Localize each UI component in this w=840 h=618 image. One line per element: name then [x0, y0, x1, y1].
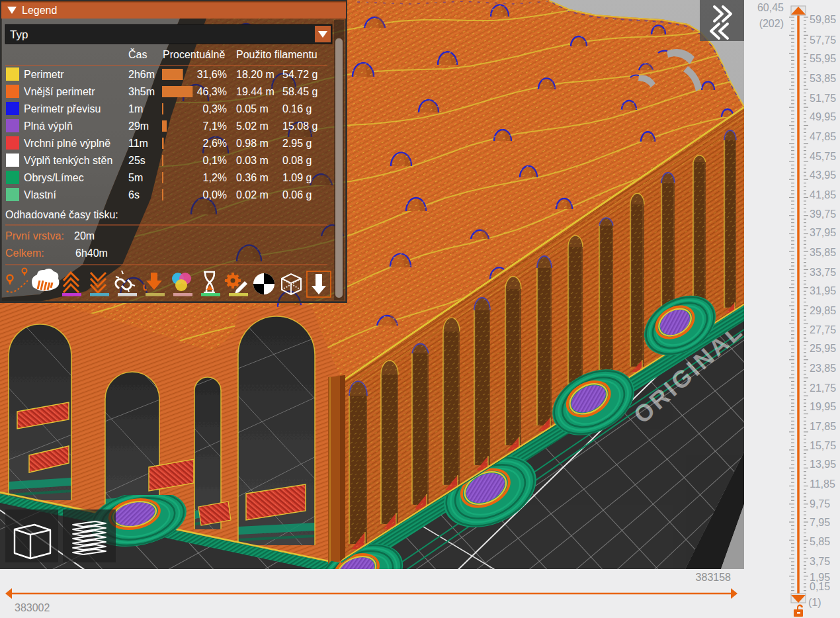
svg-text:33,75: 33,75: [810, 267, 836, 278]
svg-text:Typ: Typ: [10, 28, 28, 41]
svg-text:Legend: Legend: [22, 5, 57, 16]
svg-text:6h40m: 6h40m: [75, 247, 108, 259]
svg-text:0.36 m: 0.36 m: [236, 172, 269, 183]
svg-text:49,95: 49,95: [810, 111, 836, 122]
svg-text:Čas: Čas: [128, 48, 147, 60]
svg-text:0,3%: 0,3%: [203, 103, 227, 114]
svg-text:11m: 11m: [128, 138, 148, 149]
svg-text:51,75: 51,75: [810, 93, 836, 104]
svg-text:31,6%: 31,6%: [197, 69, 227, 80]
svg-text:43,95: 43,95: [810, 169, 836, 181]
svg-text:(202): (202): [759, 18, 784, 29]
svg-text:60,45: 60,45: [757, 2, 784, 13]
svg-text:Vlastní: Vlastní: [24, 189, 56, 200]
svg-text:29,85: 29,85: [810, 305, 836, 316]
svg-text:58.45 g: 58.45 g: [282, 86, 317, 97]
svg-text:39,75: 39,75: [810, 208, 836, 220]
svg-text:21,75: 21,75: [810, 382, 836, 394]
svg-text:31,95: 31,95: [810, 285, 836, 296]
svg-text:1m: 1m: [128, 103, 143, 114]
svg-text:55,95: 55,95: [810, 53, 836, 64]
svg-text:0.02 m: 0.02 m: [236, 189, 269, 200]
svg-text:37,95: 37,95: [810, 227, 836, 238]
svg-text:5.02 m: 5.02 m: [236, 120, 269, 132]
svg-text:3h5m: 3h5m: [128, 86, 155, 97]
svg-text:57,75: 57,75: [810, 34, 836, 46]
svg-text:0,15: 0,15: [810, 581, 830, 592]
svg-text:2,6%: 2,6%: [203, 138, 227, 149]
svg-text:0.03 m: 0.03 m: [236, 155, 269, 166]
svg-text:5,85: 5,85: [810, 536, 830, 547]
svg-text:3,75: 3,75: [810, 556, 830, 567]
svg-text:7,95: 7,95: [810, 517, 830, 528]
svg-text:Obrys/Límec: Obrys/Límec: [24, 172, 84, 183]
svg-text:18.20 m: 18.20 m: [236, 69, 274, 80]
svg-text:29m: 29m: [128, 120, 149, 132]
svg-text:0.98 m: 0.98 m: [236, 138, 269, 149]
svg-text:13,95: 13,95: [810, 459, 836, 470]
svg-text:1.09 g: 1.09 g: [282, 172, 312, 183]
svg-text:Perimetr převisu: Perimetr převisu: [24, 103, 101, 114]
svg-text:19.44 m: 19.44 m: [236, 86, 274, 97]
svg-text:Výplň tenkých stěn: Výplň tenkých stěn: [24, 155, 112, 166]
svg-text:0.05 m: 0.05 m: [236, 103, 269, 114]
svg-text:45,75: 45,75: [810, 151, 836, 162]
svg-text:25,95: 25,95: [810, 343, 836, 354]
svg-text:Odhadované časy tisku:: Odhadované časy tisku:: [5, 209, 118, 220]
svg-text:Perimetr: Perimetr: [24, 69, 64, 80]
svg-text:První vrstva:: První vrstva:: [5, 230, 64, 242]
svg-text:0.08 g: 0.08 g: [282, 155, 312, 166]
svg-text:20m: 20m: [74, 230, 95, 242]
svg-text:47,85: 47,85: [810, 131, 836, 142]
svg-text:15,75: 15,75: [810, 440, 836, 451]
svg-text:23,85: 23,85: [810, 363, 836, 374]
svg-text:5m: 5m: [128, 172, 143, 183]
svg-text:Plná výplň: Plná výplň: [24, 120, 73, 132]
svg-text:53,85: 53,85: [810, 73, 836, 84]
svg-text:0,1%: 0,1%: [203, 155, 227, 166]
svg-text:17,85: 17,85: [810, 421, 836, 432]
svg-text:11,85: 11,85: [810, 478, 835, 490]
svg-text:19,95: 19,95: [810, 401, 836, 412]
svg-text:35,85: 35,85: [810, 247, 836, 258]
svg-text:25s: 25s: [128, 155, 146, 166]
svg-text:9,75: 9,75: [810, 498, 830, 509]
svg-text:Vnější perimetr: Vnější perimetr: [24, 86, 95, 97]
svg-text:27,75: 27,75: [810, 324, 836, 335]
svg-text:0.16 g: 0.16 g: [282, 103, 312, 114]
svg-text:Použito filamentu: Použito filamentu: [236, 49, 317, 60]
svg-text:Procentuálně: Procentuálně: [163, 49, 225, 60]
svg-text:46,3%: 46,3%: [197, 86, 227, 97]
svg-text:59,85: 59,85: [810, 14, 836, 25]
svg-text:7,1%: 7,1%: [203, 120, 227, 132]
svg-text:Celkem:: Celkem:: [5, 247, 44, 259]
svg-text:6s: 6s: [128, 189, 140, 200]
svg-text:41,85: 41,85: [810, 189, 836, 200]
svg-text:Vrchní plné výplně: Vrchní plné výplně: [24, 138, 110, 149]
svg-text:(1): (1): [808, 597, 821, 608]
svg-text:15.08 g: 15.08 g: [282, 120, 317, 132]
svg-text:2h6m: 2h6m: [128, 69, 155, 80]
svg-text:0,0%: 0,0%: [203, 189, 227, 200]
svg-text:383002: 383002: [15, 602, 50, 613]
svg-text:2.95 g: 2.95 g: [282, 138, 312, 149]
svg-text:1,2%: 1,2%: [203, 172, 227, 183]
svg-text:54.72 g: 54.72 g: [282, 69, 317, 80]
svg-text:383158: 383158: [696, 572, 731, 583]
svg-text:0.06 g: 0.06 g: [282, 189, 312, 200]
